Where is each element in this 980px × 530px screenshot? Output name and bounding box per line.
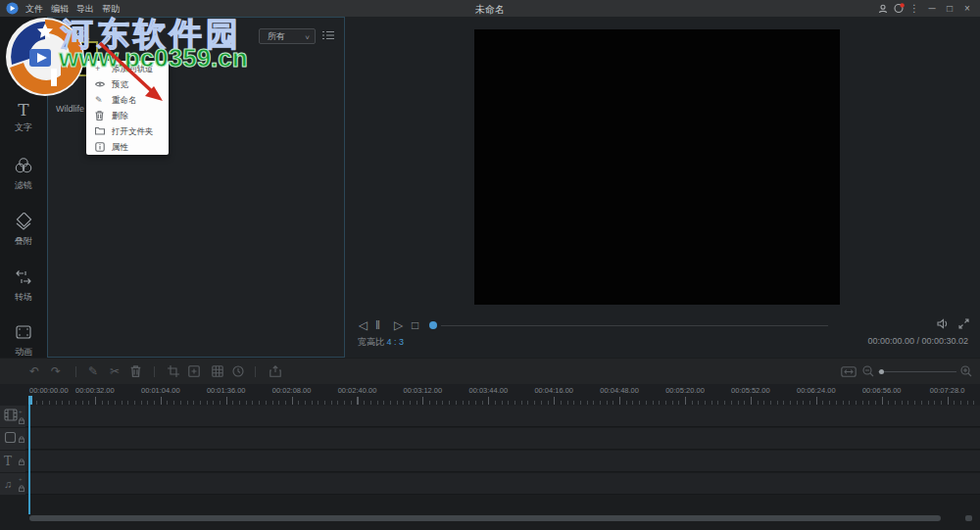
filter-icon [14, 157, 33, 174]
lock-track-icon[interactable] [19, 436, 24, 442]
ruler-label: 00:02:40.00 [338, 386, 377, 395]
context-menu-label: 重命名 [112, 92, 137, 108]
video-track[interactable]: + [0, 406, 980, 427]
seek-bar[interactable] [441, 325, 828, 326]
context-menu-label: 预览 [112, 76, 128, 92]
video-screen[interactable] [474, 29, 840, 305]
context-menu-item-add-to-track[interactable]: + 添加到轨道 [86, 61, 169, 76]
pencil-icon: ✎ [95, 95, 105, 105]
export-frame-icon[interactable] [269, 364, 282, 378]
animation-icon [14, 323, 33, 341]
aspect-value: 4 : 3 [387, 337, 405, 347]
zoom-in-icon[interactable] [960, 365, 972, 377]
timeline-ruler[interactable]: 00:00:00.0000:00:32.0000:01:04.0000:01:3… [0, 384, 980, 406]
fit-timeline-icon[interactable] [841, 366, 857, 377]
transition-icon [14, 268, 33, 286]
context-menu-item-open-folder[interactable]: 打开文件夹 [86, 123, 169, 139]
context-menu-item-delete[interactable]: 删除 [86, 108, 169, 123]
context-menu-label: 打开文件夹 [112, 123, 154, 139]
lock-track-icon[interactable] [19, 417, 24, 423]
minimize-button[interactable]: ─ [925, 2, 939, 15]
undo-icon[interactable]: ↶ [27, 364, 41, 378]
sidebar-label: 叠附 [0, 235, 47, 248]
redo-icon[interactable]: ↷ [49, 364, 63, 378]
plus-icon: + [95, 64, 105, 73]
pip-track[interactable] [0, 428, 980, 450]
sidebar: T 文字 滤镜 叠附 转场 动画 [0, 17, 47, 358]
timeline-zoom-slider[interactable] [878, 371, 956, 372]
media-filter-dropdown[interactable]: 所有 ˅ [259, 28, 316, 44]
pip-track-icon [4, 431, 18, 447]
sidebar-item-text[interactable]: T 文字 [0, 101, 47, 134]
timeline-tracks: + T [0, 406, 980, 512]
duration-icon[interactable] [231, 364, 245, 378]
add-track-icon[interactable]: + [19, 409, 24, 414]
stop-button[interactable]: □ [412, 318, 418, 332]
import-label: 导入 [71, 29, 90, 40]
titlebar: 文件 编辑 导出 帮助 未命名 ⋮ ─ □ × [0, 0, 980, 17]
list-view-icon[interactable] [322, 30, 334, 40]
maximize-button[interactable]: □ [943, 2, 956, 15]
import-button[interactable]: 导入 [58, 28, 90, 42]
preview-panel: ◁ ‖ ▷ □ 宽高比 4 : 3 00:00:00.00 / 00:00:30… [345, 17, 980, 358]
playhead-handle[interactable] [28, 396, 32, 405]
timeline-zoom-handle[interactable] [879, 369, 884, 374]
context-menu-item-properties[interactable]: 属性 [86, 139, 169, 155]
aspect-ratio[interactable]: 宽高比 4 : 3 [358, 336, 404, 349]
trash-icon [95, 111, 105, 120]
sidebar-item-animation[interactable]: 动画 [0, 323, 47, 359]
pause-button[interactable]: ‖ [375, 318, 381, 332]
horizontal-scrollbar-nub[interactable] [965, 515, 972, 521]
playhead[interactable] [28, 396, 30, 514]
sidebar-item-filter[interactable]: 滤镜 [0, 157, 47, 192]
overlay-icon [14, 213, 33, 230]
ruler-label: 00:00:32.00 [75, 386, 115, 395]
edit-icon[interactable]: ✎ [86, 364, 100, 378]
mosaic-icon[interactable] [211, 364, 224, 378]
horizontal-scrollbar[interactable] [29, 515, 941, 521]
text-track-icon: T [4, 454, 18, 469]
context-menu-item-preview[interactable]: 预览 [86, 76, 169, 92]
context-menu-label: 属性 [112, 139, 128, 155]
delete-clip-icon[interactable] [128, 364, 142, 378]
audio-track[interactable]: ♫ + [0, 473, 980, 495]
text-track-header[interactable]: T [0, 451, 25, 472]
user-account-icon[interactable] [876, 2, 890, 15]
media-filter-value: 所有 [268, 31, 285, 41]
more-menu-icon[interactable]: ⋮ [907, 2, 921, 15]
zoom-out-icon[interactable] [862, 365, 874, 377]
play-button[interactable]: ▷ [394, 318, 403, 332]
folder-icon [95, 126, 105, 136]
pip-track-header[interactable] [0, 428, 25, 450]
seek-handle[interactable] [429, 321, 437, 329]
audio-track-header[interactable]: ♫ + [0, 473, 25, 495]
previous-frame-button[interactable]: ◁ [359, 318, 368, 332]
fullscreen-icon[interactable] [958, 318, 969, 329]
toolbar-separator [75, 366, 76, 377]
ruler-label: 00:04:48.00 [600, 386, 639, 395]
volume-icon[interactable] [937, 318, 950, 329]
context-menu-item-rename[interactable]: ✎ 重命名 [86, 92, 169, 108]
add-track-icon[interactable]: + [19, 476, 24, 482]
crop-icon[interactable] [167, 364, 180, 378]
ruler-label: 00:03:44.00 [468, 386, 508, 395]
sidebar-item-overlay[interactable]: 叠附 [0, 213, 47, 248]
sidebar-item-transition[interactable]: 转场 [0, 268, 47, 304]
close-button[interactable]: × [960, 2, 974, 15]
video-track-header[interactable]: + [0, 406, 25, 427]
lock-track-icon[interactable] [19, 458, 24, 464]
ruler-label: 00:05:52.00 [731, 386, 770, 395]
lock-track-icon[interactable] [19, 485, 24, 491]
context-menu-label: 添加到轨道 [112, 61, 154, 76]
feedback-icon[interactable] [892, 2, 906, 15]
eye-icon [95, 79, 105, 89]
split-icon[interactable]: ✂ [108, 364, 122, 378]
ruler-label: 00:00:00.00 [29, 386, 69, 395]
video-editor-window: 文件 编辑 导出 帮助 未命名 ⋮ ─ □ × T 文字 滤镜 [0, 0, 980, 530]
ruler-labels: 00:00:00.0000:00:32.0000:01:04.0000:01:3… [29, 386, 980, 396]
timeline-toolbar: ↶ ↷ ✎ ✂ [0, 359, 980, 384]
toolbar-separator [154, 366, 155, 377]
text-track[interactable]: T [0, 451, 980, 472]
freeze-frame-icon[interactable] [187, 364, 201, 378]
ruler-label: 00:01:04.00 [141, 386, 180, 395]
